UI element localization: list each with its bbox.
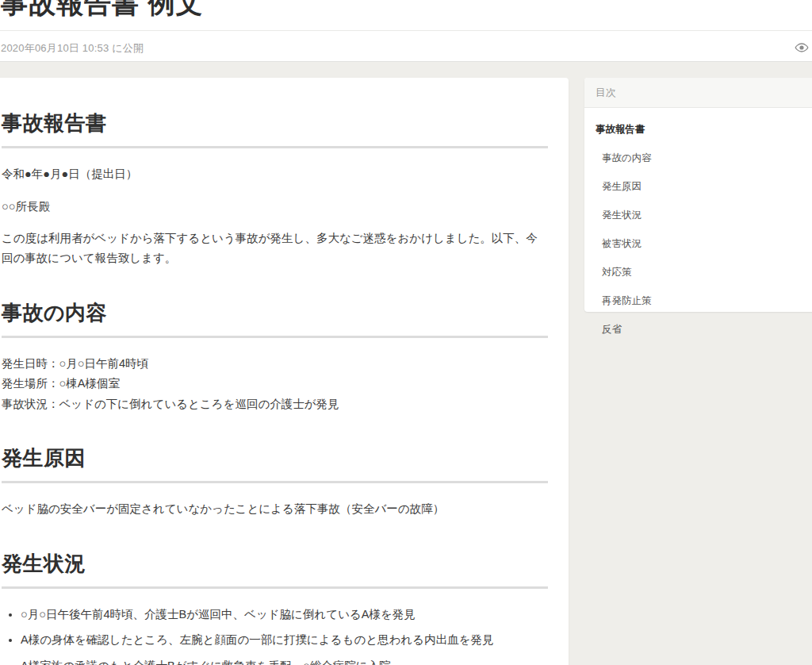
toc-item-prevention[interactable]: 再発防止策 xyxy=(596,293,811,308)
eye-icon xyxy=(795,42,809,53)
toc-link-circumstances[interactable]: 発生状況 xyxy=(602,209,642,221)
toc-item-report[interactable]: 事故報告書 xyxy=(596,121,811,136)
submission-date-line: 令和●年●月●日（提出日） xyxy=(2,164,548,184)
article-heading: 事故報告書 xyxy=(2,111,548,148)
toc-item-response[interactable]: 対応策 xyxy=(596,264,811,279)
circumstance-item: ○月○日午後午前4時頃、介護士Bが巡回中、ベッド脇に倒れているA様を発見 xyxy=(21,605,548,625)
incident-details-paragraph: 発生日時：○月○日午前4時頃 発生場所：○棟A様個室 事故状況：ベッドの下に倒れ… xyxy=(2,354,548,414)
page-title: 事故報告書 例文 xyxy=(1,0,203,22)
incident-detail-location: 発生場所：○棟A様個室 xyxy=(2,374,548,394)
section-heading-incident-details: 事故の内容 xyxy=(2,301,548,338)
toc-header: 目次 xyxy=(584,78,812,108)
cause-paragraph: ベッド脇の安全バーが固定されていなかったことによる落下事故（安全バーの故障） xyxy=(2,499,548,519)
intro-paragraph: この度は利用者がベッドから落下するという事故が発生し、多大なご迷惑をおかけしまし… xyxy=(2,229,548,269)
toc-item-damage[interactable]: 被害状況 xyxy=(596,236,811,251)
toc-item-circumstances[interactable]: 発生状況 xyxy=(596,207,811,222)
toc-item-cause[interactable]: 発生原因 xyxy=(596,179,811,194)
circumstance-item: A様家族の承諾のもと介護士Bがすぐに救急車を手配、○総合病院に入院 xyxy=(21,656,548,665)
toc-link-reflection[interactable]: 反省 xyxy=(602,324,622,335)
circumstances-list: ○月○日午後午前4時頃、介護士Bが巡回中、ベッド脇に倒れているA様を発見 A様の… xyxy=(2,605,548,665)
toc-list: 事故報告書 事故の内容 発生原因 発生状況 被害状況 対応策 再発防止策 反省 xyxy=(584,108,812,351)
toc-card: 目次 事故報告書 事故の内容 発生原因 発生状況 被害状況 対応策 再発防止策 … xyxy=(584,78,812,312)
page: 事故報告書 例文 2020年06月10日 10:53 に公開 事故報告書 令和●… xyxy=(0,0,812,665)
toc-link-prevention[interactable]: 再発防止策 xyxy=(602,295,652,306)
circumstance-item: A様の身体を確認したところ、左腕と顔面の一部に打撲によるものと思われる内出血を発… xyxy=(21,630,548,650)
toc-link-response[interactable]: 対応策 xyxy=(602,267,632,278)
section-heading-cause: 発生原因 xyxy=(2,446,548,483)
toc-item-reflection[interactable]: 反省 xyxy=(596,321,811,336)
toc-link-damage[interactable]: 被害状況 xyxy=(602,238,642,249)
section-heading-circumstances: 発生状況 xyxy=(2,552,548,589)
article-card: 事故報告書 令和●年●月●日（提出日） ○○所長殿 この度は利用者がベッドから落… xyxy=(0,78,569,665)
incident-detail-situation: 事故状況：ベッドの下に倒れているところを巡回の介護士が発見 xyxy=(2,394,548,414)
addressee-line: ○○所長殿 xyxy=(2,197,548,217)
view-count-indicator xyxy=(795,42,809,53)
published-date: 2020年06月10日 10:53 に公開 xyxy=(1,41,144,56)
toc-link-cause[interactable]: 発生原因 xyxy=(602,181,642,192)
toc-link-report[interactable]: 事故報告書 xyxy=(596,124,645,135)
incident-detail-datetime: 発生日時：○月○日午前4時頃 xyxy=(2,354,548,374)
toc-item-incident-details[interactable]: 事故の内容 xyxy=(596,150,811,165)
toc-link-incident-details[interactable]: 事故の内容 xyxy=(602,152,652,163)
header-divider xyxy=(0,30,812,31)
